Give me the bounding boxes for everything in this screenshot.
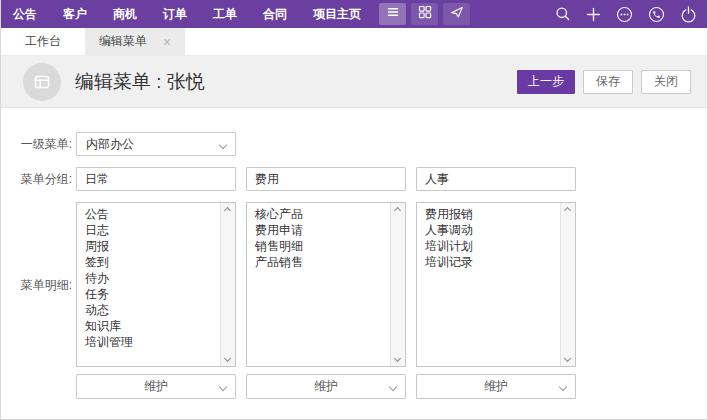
tab-1[interactable]: 工作台 [1,28,85,55]
list-item[interactable]: 费用报销 [417,206,575,222]
page-header: 编辑菜单 : 张悦 上一步保存关闭 [1,56,707,108]
chevron-down-icon [219,383,227,391]
listbox-items: 费用报销人事调动培训计划培训记录 [417,203,575,270]
grid-apps-button[interactable] [411,3,438,25]
tab-bar: 工作台编辑菜单× [1,28,707,56]
topnav-item-6[interactable]: 合同 [263,6,287,23]
menu-group-row: 菜单分组: [16,167,707,191]
maintain-dropdown-label: 维护 [484,378,508,395]
list-item[interactable]: 签到 [77,254,235,270]
level1-menu-value: 内部办公 [86,136,134,153]
menu-detail-listbox-2[interactable]: 核心产品费用申请销售明细产品销售 [246,202,406,367]
topnav-item-5[interactable]: 工单 [213,6,237,23]
maintain-dropdowns: 维护维护维护 [76,374,576,399]
level1-menu-label: 一级菜单: [16,132,72,156]
menu-layout-icon [23,63,61,101]
list-item[interactable]: 待办 [77,270,235,286]
menu-detail-listbox-1[interactable]: 公告日志周报签到待办任务动态知识库培训管理 [76,202,236,367]
maintain-row: 维护维护维护 [16,374,707,399]
list-item[interactable]: 动态 [77,302,235,318]
list-item[interactable]: 公告 [77,206,235,222]
menu-detail-label: 菜单明细: [16,273,72,297]
header-buttons: 上一步保存关闭 [517,70,691,94]
menu-detail-lists: 公告日志周报签到待办任务动态知识库培训管理核心产品费用申请销售明细产品销售费用报… [76,202,576,367]
search-icon[interactable] [555,6,571,22]
listbox-items: 核心产品费用申请销售明细产品销售 [247,203,405,270]
save-button[interactable]: 保存 [583,70,633,94]
tab-close-icon[interactable]: × [163,35,171,49]
scroll-up-icon[interactable] [564,207,571,214]
close-button[interactable]: 关闭 [641,70,691,94]
maintain-dropdown-label: 维护 [314,378,338,395]
listbox-scrollbar[interactable] [560,203,575,366]
topnav-item-4[interactable]: 订单 [163,6,187,23]
scroll-down-icon[interactable] [394,355,401,362]
hamburger-menu-button[interactable] [379,3,406,25]
phone-icon[interactable] [648,6,665,23]
send-button[interactable] [443,3,470,25]
chevron-down-icon [389,383,397,391]
list-item[interactable]: 知识库 [77,318,235,334]
scroll-up-icon[interactable] [224,207,231,214]
level1-menu-row: 一级菜单: 内部办公 [16,132,707,156]
topnav-item-1[interactable]: 公告 [13,6,37,23]
chevron-down-icon [219,141,227,149]
scroll-down-icon[interactable] [224,355,231,362]
tab-label: 编辑菜单 [99,33,147,50]
scroll-down-icon[interactable] [564,355,571,362]
menu-detail-listbox-3[interactable]: 费用报销人事调动培训计划培训记录 [416,202,576,367]
grid-apps-icon [418,5,432,23]
page-title: 编辑菜单 : 张悦 [75,69,205,95]
listbox-scrollbar[interactable] [220,203,235,366]
tab-2[interactable]: 编辑菜单× [85,28,185,55]
menu-group-input-3[interactable] [416,167,576,191]
list-item[interactable]: 核心产品 [247,206,405,222]
list-item[interactable]: 人事调动 [417,222,575,238]
edit-menu-form: 一级菜单: 内部办公 菜单分组: 菜单明细: 公告日志周报签到待办任务动态知识库… [1,108,707,419]
list-item[interactable]: 费用申请 [247,222,405,238]
more-icon[interactable] [616,6,633,23]
maintain-dropdown-label: 维护 [144,378,168,395]
list-item[interactable]: 产品销售 [247,254,405,270]
list-item[interactable]: 培训管理 [77,334,235,350]
scroll-up-icon[interactable] [394,207,401,214]
menu-group-input-2[interactable] [246,167,406,191]
hamburger-menu-icon [386,5,400,23]
list-item[interactable]: 销售明细 [247,238,405,254]
topbar-nav: 公告客户商机订单工单合同项目主页 [13,6,361,23]
maintain-dropdown-1[interactable]: 维护 [76,374,236,399]
plus-icon[interactable] [586,7,601,22]
topbar-icon-buttons [379,3,470,25]
prev-step-button[interactable]: 上一步 [517,70,575,94]
menu-group-input-1[interactable] [76,167,236,191]
list-item[interactable]: 日志 [77,222,235,238]
list-item[interactable]: 周报 [77,238,235,254]
tab-label: 工作台 [25,33,61,50]
maintain-dropdown-2[interactable]: 维护 [246,374,406,399]
list-item[interactable]: 培训计划 [417,238,575,254]
list-item[interactable]: 任务 [77,286,235,302]
app-window: 公告客户商机订单工单合同项目主页 [0,0,708,420]
chevron-down-icon [559,383,567,391]
menu-detail-row: 菜单明细: 公告日志周报签到待办任务动态知识库培训管理核心产品费用申请销售明细产… [16,202,707,367]
menu-group-inputs [76,167,576,191]
maintain-dropdown-3[interactable]: 维护 [416,374,576,399]
listbox-scrollbar[interactable] [390,203,405,366]
listbox-items: 公告日志周报签到待办任务动态知识库培训管理 [77,203,235,350]
topbar-right-icons [555,6,697,23]
topnav-item-7[interactable]: 项目主页 [313,6,361,23]
send-icon [450,5,464,23]
list-item[interactable]: 培训记录 [417,254,575,270]
level1-menu-select[interactable]: 内部办公 [76,132,236,156]
topnav-item-2[interactable]: 客户 [63,6,87,23]
topbar: 公告客户商机订单工单合同项目主页 [1,0,707,28]
topnav-item-3[interactable]: 商机 [113,6,137,23]
menu-group-label: 菜单分组: [16,167,72,191]
power-icon[interactable] [680,6,697,23]
